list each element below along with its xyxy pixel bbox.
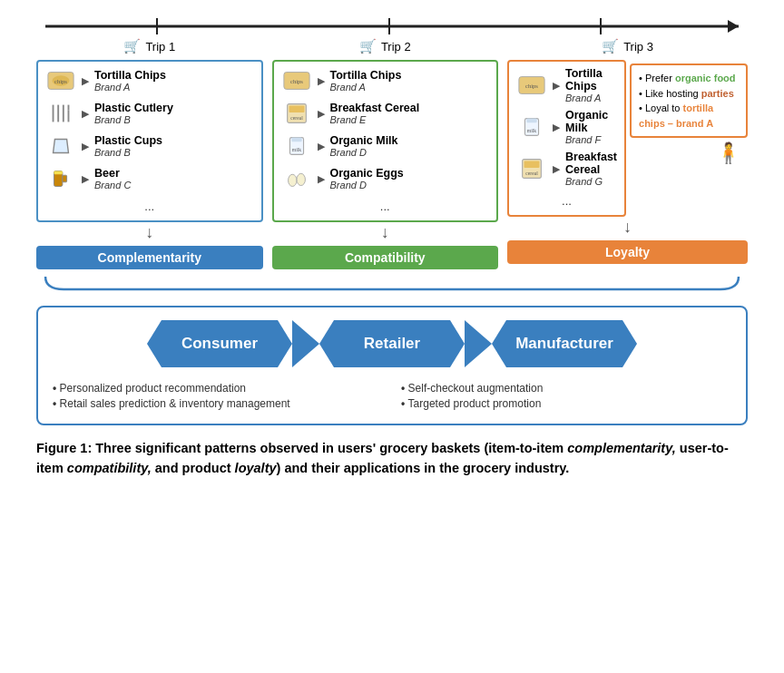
trip3-label-box: Loyalty: [507, 240, 748, 264]
trip2-item1-text: Tortilla Chips Brand A: [330, 69, 490, 93]
trip3-item1-brand: Brand A: [565, 93, 617, 103]
trip3-item-2: milk ▶ Organic Milk Brand F: [516, 109, 617, 145]
timeline-arrow: [45, 18, 739, 34]
trip1-down-arrow: ↓: [145, 224, 153, 240]
trip2-label: Trip 2: [381, 40, 411, 54]
trip3-item2-text: Organic Milk Brand F: [565, 109, 617, 145]
arrow-2-1: ▶: [318, 75, 325, 87]
trip2-item2-text: Breakfast Cereal Brand E: [330, 102, 490, 125]
figure-caption: Figure 1: Three significant patterns obs…: [36, 438, 748, 479]
trip2-item2-brand: Brand E: [330, 114, 490, 125]
caption-loyalty: loyalty: [235, 461, 277, 475]
svg-text:milk: milk: [527, 128, 537, 133]
bullet-right-2: Targeted product promotion: [401, 397, 731, 410]
parties-text: parties: [701, 88, 734, 99]
trip1-item4-text: Beer Brand C: [94, 167, 254, 190]
trip1-item2-name: Plastic Cutlery: [94, 102, 254, 114]
cart-icon-3: 🛒: [602, 38, 619, 54]
manufacturer-label: Manufacturer: [515, 335, 613, 353]
trip2-item3-brand: Brand D: [330, 147, 490, 158]
cart-icon-2: 🛒: [359, 38, 377, 54]
svg-rect-10: [54, 171, 62, 175]
svg-rect-17: [291, 138, 301, 142]
trip1-label-box: Complementarity: [36, 246, 263, 269]
hexagons-row: Consumer Retailer Manufacturer: [53, 320, 731, 367]
trip1-item3-brand: Brand B: [94, 147, 254, 158]
cups-img: [45, 132, 76, 160]
trip2-item4-name: Organic Eggs: [330, 167, 490, 180]
bullets-right-list: Self-checkout augmentation Targeted prod…: [401, 382, 731, 410]
trip3-box: chips ▶ Tortilla Chips Brand A: [507, 60, 626, 217]
trip3-label: Trip 3: [623, 40, 653, 54]
chips-img-2: chips: [281, 67, 312, 94]
svg-marker-30: [465, 320, 492, 367]
hex-connector-2: [465, 320, 492, 367]
cereal-img-2: cereal: [281, 100, 312, 127]
svg-point-19: [288, 174, 296, 186]
chips-img-1: chips: [45, 67, 76, 94]
arrow-1-3: ▶: [82, 141, 89, 152]
retailer-label: Retailer: [364, 335, 420, 353]
person-icon: 🧍: [630, 141, 748, 165]
cutlery-img: [45, 100, 76, 127]
bullets-left-list: Personalized product recommendation Reta…: [53, 382, 383, 410]
consumer-label: Consumer: [181, 335, 258, 353]
trip1-box: chips ▶ Tortilla Chips Brand A: [36, 60, 263, 222]
trip3-item3-brand: Brand G: [565, 176, 617, 187]
trip1-item1-name: Tortilla Chips: [94, 69, 254, 82]
trip2-item1-brand: Brand A: [330, 82, 490, 93]
beer-img: [45, 165, 76, 192]
arrow-2-2: ▶: [318, 108, 325, 120]
milk-img-3: milk: [516, 113, 547, 141]
trip1-item-2: ▶ Plastic Cutlery Brand B: [45, 100, 254, 127]
loyalty-bullet-3: Loyal to tortilla chips – brand A: [639, 101, 739, 131]
trip3-item2-name: Organic Milk: [565, 109, 617, 134]
arrow-1-4: ▶: [82, 173, 89, 185]
trip3-column: 🛒 Trip 3 chips ▶ T: [507, 38, 748, 264]
svg-text:milk: milk: [291, 147, 301, 152]
svg-text:chips: chips: [290, 78, 303, 84]
trip2-item-3: milk ▶ Organic Milk Brand D: [281, 132, 490, 160]
trip3-item1-text: Tortilla Chips Brand A: [565, 67, 617, 103]
svg-point-20: [297, 173, 305, 185]
svg-text:cereal: cereal: [290, 115, 303, 121]
milk-img-2: milk: [281, 132, 312, 160]
arrow-3-3: ▶: [553, 163, 560, 175]
manufacturer-hexagon: Manufacturer: [492, 320, 637, 367]
trip2-box: chips ▶ Tortilla Chips Brand A: [272, 60, 499, 222]
cereal-img-3: cereal: [516, 155, 547, 182]
loyalty-bullet-1: Prefer organic food: [639, 71, 739, 86]
trip2-item-2: cereal ▶ Breakfast Cereal Brand E: [281, 100, 490, 127]
bullets-right: Self-checkout augmentation Targeted prod…: [401, 382, 731, 413]
chips-img-3: chips: [516, 72, 547, 99]
trip2-item2-name: Breakfast Cereal: [330, 102, 490, 114]
trip2-item1-name: Tortilla Chips: [330, 69, 490, 82]
svg-text:cereal: cereal: [525, 171, 538, 176]
trip1-item2-text: Plastic Cutlery Brand B: [94, 102, 254, 125]
trip2-column: 🛒 Trip 2 chips ▶ Tortilla Chips Brand: [272, 38, 499, 269]
trip1-item2-brand: Brand B: [94, 114, 254, 125]
consumer-hexagon: Consumer: [147, 320, 292, 367]
trip3-item3-name: Breakfast Cereal: [565, 151, 617, 176]
trip2-item4-brand: Brand D: [330, 180, 490, 190]
timeline-line: [45, 25, 739, 28]
trip3-item3-text: Breakfast Cereal Brand G: [565, 151, 617, 187]
svg-rect-27: [524, 161, 540, 169]
loyalty-bullets: Prefer organic food Like hosting parties…: [639, 71, 739, 131]
trip1-item3-text: Plastic Cups Brand B: [94, 134, 254, 158]
trip2-ellipsis: ...: [281, 198, 490, 215]
trip1-item3-name: Plastic Cups: [94, 134, 254, 147]
hex-connector-1: [292, 320, 319, 367]
trip2-down-arrow: ↓: [381, 224, 389, 240]
trip1-item1-text: Tortilla Chips Brand A: [94, 69, 254, 93]
tortilla-text: tortilla chips – brand A: [639, 102, 713, 129]
caption-figure-label: Figure 1: Three significant patterns obs…: [36, 441, 729, 475]
cart-icon-1: 🛒: [123, 38, 141, 54]
organic-text: organic food: [675, 73, 736, 83]
caption-compatibility: compatibility,: [67, 461, 152, 475]
trip3-down-arrow: ↓: [623, 219, 632, 235]
curly-brace-svg: [36, 273, 748, 293]
bullet-right-1: Self-checkout augmentation: [401, 382, 731, 395]
retailer-hexagon: Retailer: [319, 320, 465, 367]
caption-complementarity: complementarity,: [567, 441, 676, 455]
